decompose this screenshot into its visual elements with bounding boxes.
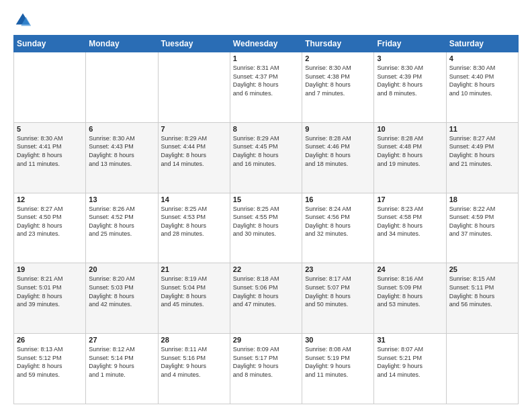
day-number: 28 <box>161 336 227 344</box>
day-number: 22 <box>233 265 299 273</box>
page: SundayMondayTuesdayWednesdayThursdayFrid… <box>0 0 532 411</box>
day-info: Sunrise: 8:22 AM Sunset: 4:59 PM Dayligh… <box>449 205 515 238</box>
calendar-cell: 21Sunrise: 8:19 AM Sunset: 5:04 PM Dayli… <box>158 263 230 334</box>
day-number: 6 <box>89 125 154 133</box>
weekday-header-thursday: Thursday <box>302 36 374 52</box>
calendar-cell: 22Sunrise: 8:18 AM Sunset: 5:06 PM Dayli… <box>230 263 302 334</box>
day-info: Sunrise: 8:07 AM Sunset: 5:21 PM Dayligh… <box>377 345 443 379</box>
day-number: 26 <box>17 336 83 344</box>
day-info: Sunrise: 8:29 AM Sunset: 4:44 PM Dayligh… <box>161 134 227 168</box>
calendar-week-row: 1Sunrise: 8:31 AM Sunset: 4:37 PM Daylig… <box>14 52 519 123</box>
weekday-header-monday: Monday <box>86 36 158 52</box>
day-number: 31 <box>377 336 443 344</box>
calendar-cell: 23Sunrise: 8:17 AM Sunset: 5:07 PM Dayli… <box>302 263 374 334</box>
day-info: Sunrise: 8:15 AM Sunset: 5:11 PM Dayligh… <box>449 275 515 308</box>
day-info: Sunrise: 8:18 AM Sunset: 5:06 PM Dayligh… <box>233 275 299 308</box>
day-info: Sunrise: 8:20 AM Sunset: 5:03 PM Dayligh… <box>89 275 154 308</box>
day-number: 4 <box>449 54 515 62</box>
calendar-cell: 1Sunrise: 8:31 AM Sunset: 4:37 PM Daylig… <box>230 52 302 123</box>
calendar-cell: 15Sunrise: 8:25 AM Sunset: 4:55 PM Dayli… <box>230 193 302 263</box>
day-number: 8 <box>233 125 299 133</box>
day-number: 24 <box>377 265 443 273</box>
weekday-header-wednesday: Wednesday <box>230 36 302 52</box>
day-number: 21 <box>161 265 227 273</box>
weekday-header-tuesday: Tuesday <box>158 36 230 52</box>
calendar-cell: 26Sunrise: 8:13 AM Sunset: 5:12 PM Dayli… <box>14 334 86 404</box>
day-info: Sunrise: 8:28 AM Sunset: 4:46 PM Dayligh… <box>305 134 371 168</box>
calendar-week-row: 26Sunrise: 8:13 AM Sunset: 5:12 PM Dayli… <box>14 334 519 404</box>
weekday-header-friday: Friday <box>374 36 446 52</box>
calendar-cell <box>14 52 86 123</box>
calendar-cell: 9Sunrise: 8:28 AM Sunset: 4:46 PM Daylig… <box>302 122 374 193</box>
calendar-cell: 18Sunrise: 8:22 AM Sunset: 4:59 PM Dayli… <box>446 193 518 263</box>
day-info: Sunrise: 8:30 AM Sunset: 4:43 PM Dayligh… <box>89 134 154 168</box>
calendar-cell: 3Sunrise: 8:30 AM Sunset: 4:39 PM Daylig… <box>374 52 446 123</box>
day-info: Sunrise: 8:16 AM Sunset: 5:09 PM Dayligh… <box>377 275 443 308</box>
day-info: Sunrise: 8:30 AM Sunset: 4:41 PM Dayligh… <box>17 134 83 168</box>
logo-icon <box>13 11 32 30</box>
calendar-cell <box>158 52 230 123</box>
logo <box>13 11 35 30</box>
day-info: Sunrise: 8:31 AM Sunset: 4:37 PM Dayligh… <box>233 64 299 97</box>
calendar-cell <box>86 52 158 123</box>
calendar-cell: 24Sunrise: 8:16 AM Sunset: 5:09 PM Dayli… <box>374 263 446 334</box>
calendar-cell: 11Sunrise: 8:27 AM Sunset: 4:49 PM Dayli… <box>446 122 518 193</box>
calendar-week-row: 12Sunrise: 8:27 AM Sunset: 4:50 PM Dayli… <box>14 193 519 263</box>
calendar-cell: 10Sunrise: 8:28 AM Sunset: 4:48 PM Dayli… <box>374 122 446 193</box>
day-number: 14 <box>161 195 227 203</box>
day-info: Sunrise: 8:29 AM Sunset: 4:45 PM Dayligh… <box>233 134 299 168</box>
day-number: 13 <box>89 195 154 203</box>
day-info: Sunrise: 8:11 AM Sunset: 5:16 PM Dayligh… <box>161 345 227 379</box>
calendar-cell: 14Sunrise: 8:25 AM Sunset: 4:53 PM Dayli… <box>158 193 230 263</box>
header <box>13 11 519 30</box>
calendar-cell: 16Sunrise: 8:24 AM Sunset: 4:56 PM Dayli… <box>302 193 374 263</box>
calendar-cell: 12Sunrise: 8:27 AM Sunset: 4:50 PM Dayli… <box>14 193 86 263</box>
calendar-cell: 6Sunrise: 8:30 AM Sunset: 4:43 PM Daylig… <box>86 122 158 193</box>
day-info: Sunrise: 8:27 AM Sunset: 4:49 PM Dayligh… <box>449 134 515 168</box>
day-info: Sunrise: 8:30 AM Sunset: 4:40 PM Dayligh… <box>449 64 515 97</box>
day-info: Sunrise: 8:08 AM Sunset: 5:19 PM Dayligh… <box>305 345 371 379</box>
calendar-cell: 17Sunrise: 8:23 AM Sunset: 4:58 PM Dayli… <box>374 193 446 263</box>
calendar-cell: 25Sunrise: 8:15 AM Sunset: 5:11 PM Dayli… <box>446 263 518 334</box>
weekday-header-sunday: Sunday <box>14 36 86 52</box>
calendar-cell: 2Sunrise: 8:30 AM Sunset: 4:38 PM Daylig… <box>302 52 374 123</box>
calendar-cell <box>446 334 518 404</box>
day-info: Sunrise: 8:19 AM Sunset: 5:04 PM Dayligh… <box>161 275 227 308</box>
day-number: 17 <box>377 195 443 203</box>
day-number: 10 <box>377 125 443 133</box>
calendar-cell: 4Sunrise: 8:30 AM Sunset: 4:40 PM Daylig… <box>446 52 518 123</box>
day-number: 16 <box>305 195 371 203</box>
day-info: Sunrise: 8:25 AM Sunset: 4:55 PM Dayligh… <box>233 205 299 238</box>
day-number: 20 <box>89 265 154 273</box>
day-info: Sunrise: 8:13 AM Sunset: 5:12 PM Dayligh… <box>17 345 83 379</box>
calendar-cell: 28Sunrise: 8:11 AM Sunset: 5:16 PM Dayli… <box>158 334 230 404</box>
calendar-cell: 5Sunrise: 8:30 AM Sunset: 4:41 PM Daylig… <box>14 122 86 193</box>
day-info: Sunrise: 8:28 AM Sunset: 4:48 PM Dayligh… <box>377 134 443 168</box>
calendar-cell: 31Sunrise: 8:07 AM Sunset: 5:21 PM Dayli… <box>374 334 446 404</box>
day-info: Sunrise: 8:26 AM Sunset: 4:52 PM Dayligh… <box>89 205 154 238</box>
day-info: Sunrise: 8:30 AM Sunset: 4:39 PM Dayligh… <box>377 64 443 97</box>
calendar-cell: 19Sunrise: 8:21 AM Sunset: 5:01 PM Dayli… <box>14 263 86 334</box>
day-number: 27 <box>89 336 154 344</box>
day-info: Sunrise: 8:30 AM Sunset: 4:38 PM Dayligh… <box>305 64 371 97</box>
day-info: Sunrise: 8:27 AM Sunset: 4:50 PM Dayligh… <box>17 205 83 238</box>
day-number: 12 <box>17 195 83 203</box>
day-number: 11 <box>449 125 515 133</box>
calendar-cell: 13Sunrise: 8:26 AM Sunset: 4:52 PM Dayli… <box>86 193 158 263</box>
day-number: 9 <box>305 125 371 133</box>
day-number: 3 <box>377 54 443 62</box>
calendar-cell: 20Sunrise: 8:20 AM Sunset: 5:03 PM Dayli… <box>86 263 158 334</box>
day-number: 19 <box>17 265 83 273</box>
day-info: Sunrise: 8:24 AM Sunset: 4:56 PM Dayligh… <box>305 205 371 238</box>
calendar-week-row: 5Sunrise: 8:30 AM Sunset: 4:41 PM Daylig… <box>14 122 519 193</box>
day-info: Sunrise: 8:17 AM Sunset: 5:07 PM Dayligh… <box>305 275 371 308</box>
calendar-cell: 30Sunrise: 8:08 AM Sunset: 5:19 PM Dayli… <box>302 334 374 404</box>
day-number: 18 <box>449 195 515 203</box>
day-info: Sunrise: 8:09 AM Sunset: 5:17 PM Dayligh… <box>233 345 299 379</box>
day-info: Sunrise: 8:25 AM Sunset: 4:53 PM Dayligh… <box>161 205 227 238</box>
day-number: 15 <box>233 195 299 203</box>
day-number: 1 <box>233 54 299 62</box>
calendar-week-row: 19Sunrise: 8:21 AM Sunset: 5:01 PM Dayli… <box>14 263 519 334</box>
calendar-cell: 27Sunrise: 8:12 AM Sunset: 5:14 PM Dayli… <box>86 334 158 404</box>
calendar-header-row: SundayMondayTuesdayWednesdayThursdayFrid… <box>14 36 519 52</box>
